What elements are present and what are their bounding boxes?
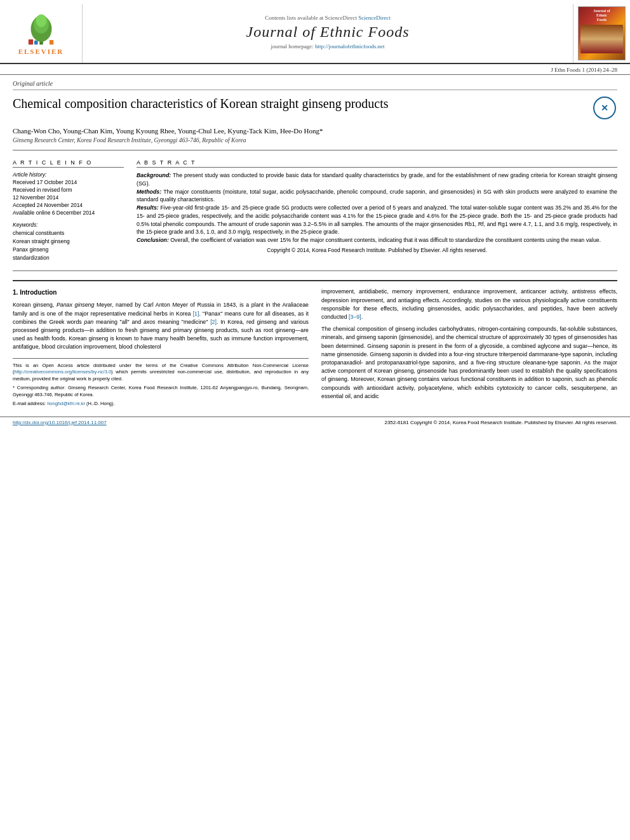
svg-rect-5 xyxy=(34,41,38,44)
intro-paragraph-3: The chemical composition of ginseng incl… xyxy=(321,325,617,401)
article-type-label: Original article xyxy=(13,75,617,90)
doi-link[interactable]: http://dx.doi.org/10.1016/j.jef.2014.11.… xyxy=(13,420,107,425)
crossmark-badge: ✕ xyxy=(592,95,617,121)
keyword-2: Korean straight ginseng xyxy=(13,237,124,246)
footnote-open-access: This is an Open Access article distribut… xyxy=(13,363,309,383)
sciencedirect-notice: Contents lists available at ScienceDirec… xyxy=(265,15,391,21)
conclusion-text: Overall, the coefficient of variation wa… xyxy=(169,237,601,243)
keywords-section: Keywords: chemical constituents Korean s… xyxy=(13,222,124,262)
author-affiliation: Ginseng Research Center, Korea Food Rese… xyxy=(13,136,617,147)
journal-homepage: journal homepage: http://journalofethnic… xyxy=(271,43,384,50)
keywords-label: Keywords: xyxy=(13,222,124,228)
journal-header: ELSEVIER Contents lists available at Sci… xyxy=(0,0,630,64)
svg-point-3 xyxy=(36,15,46,27)
author-list: Chang-Won Cho, Young-Chan Kim, Young Kyo… xyxy=(13,124,617,136)
available-date: Available online 6 December 2014 xyxy=(13,210,124,217)
cc-license-link[interactable]: http://creativecommons.org/licenses/by-n… xyxy=(15,369,112,375)
ref-1[interactable]: [1] xyxy=(193,310,199,317)
body-col-right: improvement, antidiabetic, memory improv… xyxy=(321,288,617,410)
ref-2[interactable]: [2] xyxy=(210,319,217,325)
bottom-bar: http://dx.doi.org/10.1016/j.jef.2014.11.… xyxy=(0,417,630,428)
title-divider xyxy=(13,150,617,150)
keyword-4: standardization xyxy=(13,254,124,262)
body-section: 1. Introduction Korean ginseng, Panax gi… xyxy=(13,274,617,416)
footnote-corresponding: * Corresponding author: Ginseng Research… xyxy=(13,385,309,398)
intro-paragraph-2: improvement, antidiabetic, memory improv… xyxy=(321,288,617,321)
background-label: Background: xyxy=(137,172,171,178)
body-columns: 1. Introduction Korean ginseng, Panax gi… xyxy=(13,288,617,410)
history-label: Article history: xyxy=(13,171,124,178)
results-text: Five-year-old first-grade 15- and 25-pie… xyxy=(137,204,617,235)
intro-heading: 1. Introduction xyxy=(13,288,309,297)
article-title: Chemical composition characteristics of … xyxy=(13,95,592,112)
article-content: Original article Chemical composition ch… xyxy=(0,75,630,417)
received-date: Received 17 October 2014 xyxy=(13,179,124,187)
footnote-email: E-mail address: honghd@kfri.re.kr (H.-D.… xyxy=(13,401,309,408)
elsevier-logo: ELSEVIER xyxy=(0,4,83,63)
intro-paragraph-1: Korean ginseng, Panax ginseng Meyer, nam… xyxy=(13,301,309,351)
journal-cover-image: Journal ofEthnicFoods xyxy=(573,4,630,63)
background-text: The present study was conducted to provi… xyxy=(137,172,617,187)
homepage-link[interactable]: http://journalofethnicfoods.net xyxy=(315,43,385,50)
footnote-area: This is an Open Access article distribut… xyxy=(13,358,309,408)
journal-citation: J Ethn Foods 1 (2014) 24–28 xyxy=(0,64,630,75)
abstract-copyright: Copyright © 2014, Korea Food Research In… xyxy=(137,247,617,253)
svg-rect-4 xyxy=(28,39,32,44)
ref-3-9[interactable]: [3–9] xyxy=(349,314,361,320)
sciencedirect-link[interactable]: ScienceDirect xyxy=(358,15,390,21)
body-border xyxy=(13,280,617,281)
abstract-body: Background: The present study was conduc… xyxy=(137,171,617,244)
issn-copyright: 2352-6181 Copyright © 2014, Korea Food R… xyxy=(384,420,617,425)
article-info-heading: A R T I C L E I N F O xyxy=(13,159,124,168)
elsevier-wordmark: ELSEVIER xyxy=(18,48,64,55)
journal-name: Journal of Ethnic Foods xyxy=(246,23,410,41)
journal-title-area: Contents lists available at ScienceDirec… xyxy=(83,4,573,63)
info-abstract-section: A R T I C L E I N F O Article history: R… xyxy=(13,153,617,268)
results-label: Results: xyxy=(137,204,159,211)
methods-label: Methods: xyxy=(137,189,161,195)
keyword-3: Panax ginseng xyxy=(13,246,124,254)
body-col-left: 1. Introduction Korean ginseng, Panax gi… xyxy=(13,288,309,410)
svg-rect-6 xyxy=(49,40,53,44)
received-revised-label: Received in revised form xyxy=(13,187,124,194)
received-revised-date: 12 November 2014 xyxy=(13,194,124,202)
abstract-heading: A B S T R A C T xyxy=(137,159,617,168)
methods-text: The major constituents (moisture, total … xyxy=(137,189,617,203)
keyword-1: chemical constituents xyxy=(13,229,124,237)
page: ELSEVIER Contents lists available at Sci… xyxy=(0,0,630,840)
title-section: Chemical composition characteristics of … xyxy=(13,90,617,124)
abstract-column: A B S T R A C T Background: The present … xyxy=(137,159,617,262)
conclusion-label: Conclusion: xyxy=(137,237,169,243)
abstract-divider xyxy=(13,270,617,271)
email-link[interactable]: honghd@kfri.re.kr xyxy=(47,401,85,406)
accepted-date: Accepted 24 November 2014 xyxy=(13,202,124,210)
article-info-column: A R T I C L E I N F O Article history: R… xyxy=(13,159,124,262)
